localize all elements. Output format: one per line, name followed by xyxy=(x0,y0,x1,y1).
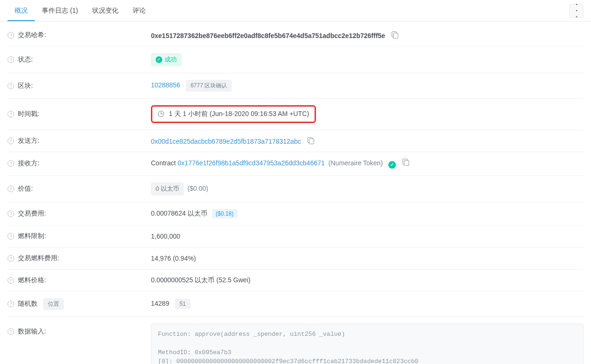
value-usd: ($0.00) xyxy=(188,185,208,192)
input-line-param0: [0]: 000000000000000000000000002f9ec37d6… xyxy=(158,357,576,364)
row-nonce: ? 随机数 位置 14289 51 xyxy=(8,292,583,317)
timestamp-highlight: 1 天 1 小时前 (Jun-18-2020 09:16:53 AM +UTC) xyxy=(151,105,316,123)
row-gaslimit: ? 燃料限制: 1,600,000 xyxy=(8,225,583,248)
row-timestamp: ? 时间戳: 1 天 1 小时前 (Jun-18-2020 09:16:53 A… xyxy=(8,99,583,130)
label-gasprice: 燃料价格: xyxy=(18,276,46,285)
label-gasused: 交易燃料费用: xyxy=(18,254,59,263)
label-block: 区块: xyxy=(18,82,33,90)
row-from: ? 发送方: 0x00d1ce825dacbcb6789e2d5fb1873a7… xyxy=(8,130,583,152)
row-txfee: ? 交易费用: 0.00078624 以太币 ($0.18) xyxy=(8,202,583,225)
label-txhash: 交易哈希: xyxy=(18,31,46,39)
label-txfee: 交易费用: xyxy=(18,209,46,218)
tab-overview[interactable]: 概况 xyxy=(8,0,35,21)
row-block: ? 区块: 10288856 6777 区块确认 xyxy=(8,73,583,99)
check-icon: ✓ xyxy=(156,56,162,63)
help-icon[interactable]: ? xyxy=(8,56,14,63)
copy-icon[interactable] xyxy=(392,31,398,38)
copy-icon[interactable] xyxy=(402,159,409,165)
help-icon[interactable]: ? xyxy=(8,160,14,167)
label-inputdata: 数据输入: xyxy=(18,327,46,336)
value-amount: 0 以太币 xyxy=(151,182,184,195)
help-icon[interactable]: ? xyxy=(8,328,14,335)
label-value: 价值: xyxy=(18,185,33,193)
label-to: 接收方: xyxy=(18,159,39,168)
gaslimit-value: 1,600,000 xyxy=(151,232,583,240)
help-icon[interactable]: ? xyxy=(8,186,14,192)
block-confirmations: 6777 区块确认 xyxy=(186,80,232,92)
more-menu-button[interactable] xyxy=(569,4,583,18)
timestamp-value: 1 天 1 小时前 (Jun-18-2020 09:16:53 AM +UTC) xyxy=(169,110,309,117)
label-timestamp: 时间戳: xyxy=(18,110,39,118)
row-gasused: ? 交易燃料费用: 14,976 (0.94%) xyxy=(8,248,583,270)
label-from: 发送方: xyxy=(18,137,39,145)
tab-state-changes[interactable]: 状况变化 xyxy=(85,0,126,21)
to-address-link[interactable]: 0x1776e1f26f98b1a5df9cd347953a26dd3cb466… xyxy=(178,159,325,167)
help-icon[interactable]: ? xyxy=(8,277,14,284)
clock-icon xyxy=(158,111,164,117)
label-nonce: 随机数 xyxy=(18,300,38,308)
row-txhash: ? 交易哈希: 0xe1517287362be876eeb6ff2e0adf8c… xyxy=(8,24,583,46)
txfee-usd: ($0.18) xyxy=(212,209,237,218)
help-icon[interactable]: ? xyxy=(8,233,14,240)
input-line-function: Function: approve(address _spender, uint… xyxy=(158,330,576,339)
help-icon[interactable]: ? xyxy=(8,210,14,217)
to-prefix: Contract xyxy=(151,159,176,167)
status-badge: ✓ 成功 xyxy=(151,53,181,66)
help-icon[interactable]: ? xyxy=(8,255,14,262)
block-link[interactable]: 10288856 xyxy=(151,81,180,89)
from-address-link[interactable]: 0x00d1ce825dacbcb6789e2d5fb1873a7178312a… xyxy=(151,138,301,145)
status-text: 成功 xyxy=(165,55,177,64)
row-gasprice: ? 燃料价格: 0.0000000525 以太币 (52.5 Gwei) xyxy=(8,270,583,292)
gasprice-value: 0.0000000525 以太币 (52.5 Gwei) xyxy=(151,276,583,285)
txhash-value: 0xe1517287362be876eeb6ff2e0adf8c8fe5b674… xyxy=(151,32,385,39)
nonce-value: 14289 xyxy=(151,300,169,307)
help-icon[interactable]: ? xyxy=(8,138,14,144)
row-value: ? 价值: 0 以太币 ($0.00) xyxy=(8,176,583,202)
help-icon[interactable]: ? xyxy=(8,32,14,39)
help-icon[interactable]: ? xyxy=(8,301,14,307)
tab-comments[interactable]: 评论 xyxy=(126,0,153,21)
row-status: ? 状态: ✓ 成功 xyxy=(8,46,583,73)
help-icon[interactable]: ? xyxy=(8,83,14,89)
nonce-position-value: 51 xyxy=(175,299,190,309)
label-gaslimit: 燃料限制: xyxy=(18,232,46,240)
help-icon[interactable]: ? xyxy=(8,111,14,117)
tabs-bar: 概况 事件日志 (1) 状况变化 评论 xyxy=(0,0,591,22)
txfee-value: 0.00078624 以太币 xyxy=(151,209,207,217)
gasused-value: 14,976 (0.94%) xyxy=(151,255,583,262)
row-inputdata: ? 数据输入: Function: approve(address _spend… xyxy=(8,317,583,364)
to-contract-name: (Numeraire Token) xyxy=(329,159,383,167)
nonce-position-label: 位置 xyxy=(43,298,64,310)
label-status: 状态: xyxy=(18,55,33,64)
input-line-methodid: MethodID: 0x095ea7b3 xyxy=(158,348,576,357)
tab-event-log[interactable]: 事件日志 (1) xyxy=(35,0,85,21)
row-to: ? 接收方: Contract 0x1776e1f26f98b1a5df9cd3… xyxy=(8,152,583,176)
verified-icon: ✓ xyxy=(388,161,396,169)
transaction-detail: ? 交易哈希: 0xe1517287362be876eeb6ff2e0adf8c… xyxy=(0,22,591,364)
copy-icon[interactable] xyxy=(307,137,314,144)
input-data-textarea[interactable]: Function: approve(address _spender, uint… xyxy=(151,324,583,364)
